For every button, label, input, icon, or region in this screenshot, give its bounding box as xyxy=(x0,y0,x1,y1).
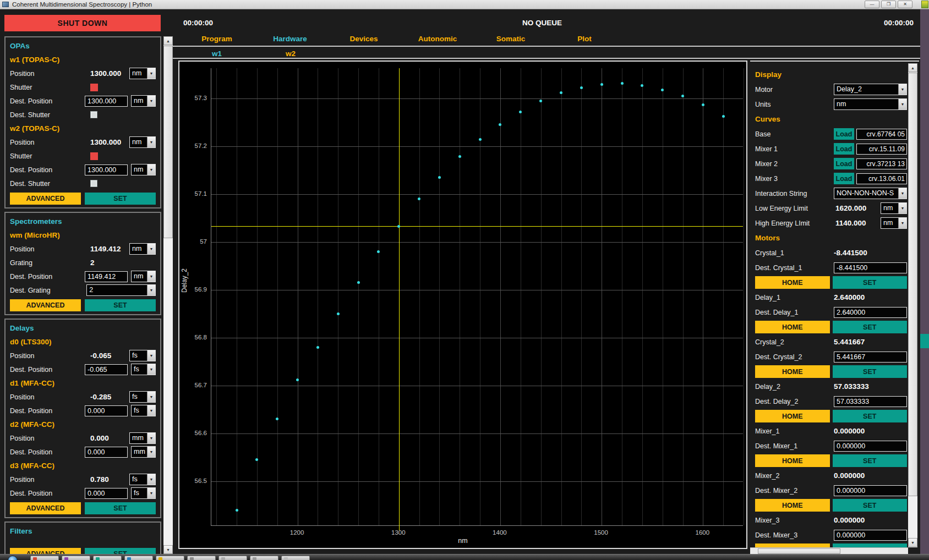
motor-panel-hscrollbar[interactable] xyxy=(750,547,908,554)
dest-position-row-input[interactable] xyxy=(85,364,128,375)
taskbar-app-button[interactable] xyxy=(250,556,278,560)
dest-position-row-input[interactable] xyxy=(85,447,128,458)
close-button[interactable]: ✕ xyxy=(898,1,912,8)
tab-autonomic[interactable]: Autonomic xyxy=(418,35,457,43)
taskbar-app-button[interactable] xyxy=(156,556,184,560)
taskbar-app-button[interactable] xyxy=(93,556,122,560)
units-select[interactable]: nm▼ xyxy=(131,271,156,282)
motor-dest-row-input[interactable] xyxy=(834,262,907,273)
tab-program[interactable]: Program xyxy=(201,35,232,43)
scroll-down-icon[interactable]: ▼ xyxy=(908,538,917,547)
taskbar-app-button[interactable] xyxy=(187,556,216,560)
units-select[interactable]: mm▼ xyxy=(129,432,156,444)
units-select[interactable]: nm▼ xyxy=(131,164,156,175)
units-select[interactable]: fs▼ xyxy=(129,474,156,485)
units-select[interactable]: nm▼ xyxy=(881,202,907,214)
taskbar-app-button[interactable] xyxy=(30,556,59,560)
scroll-up-icon[interactable]: ▲ xyxy=(163,36,173,45)
units-select[interactable]: fs▼ xyxy=(131,405,156,416)
set-button[interactable]: SET xyxy=(833,454,908,467)
tab-plot[interactable]: Plot xyxy=(577,35,592,43)
set-button[interactable]: SET xyxy=(833,276,908,289)
units-select[interactable]: nm▼ xyxy=(881,217,907,229)
taskbar-app-button[interactable] xyxy=(281,556,310,560)
motor-row-select[interactable]: Delay_2▼ xyxy=(834,84,907,95)
tab-devices[interactable]: Devices xyxy=(349,35,378,43)
row-value: 1149.412 xyxy=(90,245,129,253)
dest-shutter-checkbox[interactable] xyxy=(90,111,97,118)
units-select[interactable]: fs▼ xyxy=(129,350,156,361)
advanced-button[interactable]: ADVANCED xyxy=(10,502,81,514)
home-button[interactable]: HOME xyxy=(755,276,830,289)
load-button[interactable]: Load xyxy=(834,173,854,184)
set-button[interactable]: SET xyxy=(833,321,908,333)
set-button[interactable]: SET xyxy=(85,193,156,205)
taskbar-app-button[interactable] xyxy=(62,556,90,560)
motor-dest-row-input[interactable] xyxy=(834,530,907,541)
motor-dest-row: Dest. Mixer_1 xyxy=(755,438,907,453)
interaction-row-select[interactable]: NON-NON-NON-S▼ xyxy=(834,188,907,199)
scroll-down-icon[interactable]: ▼ xyxy=(163,545,173,554)
units-select[interactable]: fs▼ xyxy=(131,487,156,499)
taskbar-app-button[interactable] xyxy=(124,556,153,560)
curve-file-field[interactable]: 05 67764.crv xyxy=(856,129,907,140)
home-button[interactable]: HOME xyxy=(755,410,830,422)
load-button[interactable]: Load xyxy=(834,143,854,155)
dest-position-row-input[interactable] xyxy=(85,96,128,107)
home-button[interactable]: HOME xyxy=(755,321,830,333)
dest-grating-row-select[interactable]: 2▼ xyxy=(86,284,156,296)
units-select[interactable]: nm▼ xyxy=(131,95,156,107)
motor-tune-plot[interactable]: Delay_2 nm 56.556.656.756.856.95757.157.… xyxy=(178,61,747,549)
motor-dest-row-input[interactable] xyxy=(834,441,907,452)
units-select[interactable]: mm▼ xyxy=(131,446,156,458)
set-button[interactable]: SET xyxy=(85,502,156,514)
home-button[interactable]: HOME xyxy=(755,499,830,512)
motor-dest-row-input[interactable] xyxy=(834,307,907,318)
units-select[interactable]: nm▼ xyxy=(129,68,156,79)
sidebar-scrollbar-thumb[interactable] xyxy=(163,46,173,238)
windows-taskbar[interactable] xyxy=(0,554,929,560)
dest-position-row-input[interactable] xyxy=(85,164,128,175)
subtab-w2[interactable]: w2 xyxy=(286,50,296,58)
motor-dest-row-input[interactable] xyxy=(834,352,907,363)
units-select[interactable]: fs▼ xyxy=(131,364,156,375)
dest-position-row-input[interactable] xyxy=(85,488,128,499)
shutdown-button[interactable]: SHUT DOWN xyxy=(4,15,161,31)
motor-dest-row-input[interactable] xyxy=(834,396,907,407)
home-button[interactable]: HOME xyxy=(755,365,830,378)
set-button[interactable]: SET xyxy=(833,499,908,512)
curve-file-field[interactable]: 15.11.09.crv xyxy=(856,144,907,155)
motor-panel-scrollbar-thumb[interactable] xyxy=(908,73,917,496)
dest-position-row-input[interactable] xyxy=(85,271,128,282)
units-select[interactable]: nm▼ xyxy=(129,136,156,148)
motor-dest-row-input[interactable] xyxy=(834,485,907,496)
start-orb-icon[interactable] xyxy=(8,556,18,560)
units-row-select[interactable]: nm▼ xyxy=(834,98,907,110)
scroll-up-icon[interactable]: ▲ xyxy=(908,63,917,72)
dest-shutter-checkbox[interactable] xyxy=(90,180,97,187)
curve-file-field[interactable]: 13 37213.crv xyxy=(856,158,907,169)
dest-position-row-input[interactable] xyxy=(85,405,128,416)
tab-somatic[interactable]: Somatic xyxy=(496,35,526,43)
taskbar-app-button[interactable] xyxy=(218,556,247,560)
set-button[interactable]: SET xyxy=(833,365,908,378)
advanced-button[interactable]: ADVANCED xyxy=(10,299,81,311)
load-button[interactable]: Load xyxy=(834,158,854,169)
load-button[interactable]: Load xyxy=(834,128,854,140)
minimize-button[interactable]: — xyxy=(865,1,879,8)
tab-hardware[interactable]: Hardware xyxy=(273,35,307,43)
curve-file-field[interactable]: 13.06.01.crv xyxy=(856,173,907,184)
advanced-button[interactable]: ADVANCED xyxy=(10,548,81,554)
set-button[interactable]: SET xyxy=(833,410,908,422)
subtab-w1[interactable]: w1 xyxy=(212,50,222,58)
motor-panel-hscrollbar-thumb[interactable] xyxy=(758,548,840,554)
restore-button[interactable]: ❐ xyxy=(881,1,896,8)
home-button[interactable]: HOME xyxy=(755,454,830,467)
set-button[interactable]: SET xyxy=(85,299,156,311)
advanced-button[interactable]: ADVANCED xyxy=(10,193,81,205)
motor-panel-scrollbar[interactable]: ▲ ▼ xyxy=(908,63,917,547)
sidebar-scrollbar[interactable]: ▲ ▼ xyxy=(163,36,173,554)
set-button[interactable]: SET xyxy=(85,548,156,554)
units-select[interactable]: nm▼ xyxy=(129,243,156,255)
units-select[interactable]: fs▼ xyxy=(129,391,156,403)
